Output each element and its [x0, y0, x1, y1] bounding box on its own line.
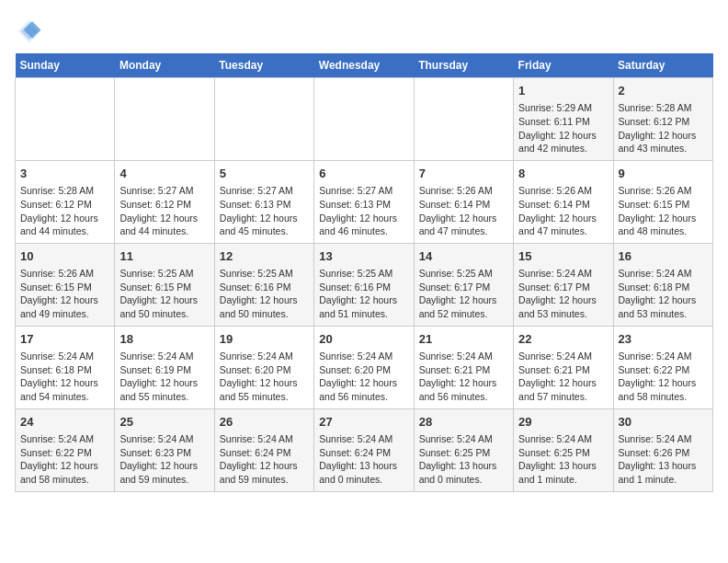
day-details: Sunrise: 5:24 AM Sunset: 6:25 PM Dayligh… — [419, 432, 508, 487]
day-number: 3 — [20, 166, 109, 182]
page-header — [15, 15, 713, 48]
day-number: 12 — [220, 248, 309, 265]
col-thursday: Thursday — [414, 53, 513, 78]
calendar-cell: 27Sunrise: 5:24 AM Sunset: 6:24 PM Dayli… — [314, 408, 414, 491]
calendar-cell: 26Sunrise: 5:24 AM Sunset: 6:24 PM Dayli… — [214, 408, 313, 491]
day-number: 11 — [119, 248, 209, 265]
day-details: Sunrise: 5:25 AM Sunset: 6:16 PM Dayligh… — [220, 267, 309, 321]
day-details: Sunrise: 5:27 AM Sunset: 6:13 PM Dayligh… — [319, 184, 408, 238]
calendar-cell: 20Sunrise: 5:24 AM Sunset: 6:20 PM Dayli… — [314, 326, 414, 408]
calendar-cell: 15Sunrise: 5:24 AM Sunset: 6:17 PM Dayli… — [514, 243, 613, 326]
day-number: 9 — [619, 166, 708, 182]
day-number: 15 — [518, 248, 608, 265]
day-details: Sunrise: 5:25 AM Sunset: 6:15 PM Dayligh… — [119, 267, 209, 321]
day-number: 24 — [20, 414, 109, 431]
calendar-cell: 16Sunrise: 5:24 AM Sunset: 6:18 PM Dayli… — [613, 243, 712, 326]
day-details: Sunrise: 5:24 AM Sunset: 6:19 PM Dayligh… — [119, 350, 209, 404]
day-number: 20 — [319, 331, 408, 348]
day-details: Sunrise: 5:26 AM Sunset: 6:14 PM Dayligh… — [419, 184, 508, 238]
day-details: Sunrise: 5:28 AM Sunset: 6:12 PM Dayligh… — [619, 101, 708, 155]
calendar-week-row: 10Sunrise: 5:26 AM Sunset: 6:15 PM Dayli… — [16, 243, 713, 326]
calendar-week-row: 3Sunrise: 5:28 AM Sunset: 6:12 PM Daylig… — [16, 160, 713, 243]
day-number: 17 — [20, 331, 109, 348]
calendar-cell: 10Sunrise: 5:26 AM Sunset: 6:15 PM Dayli… — [16, 243, 115, 326]
day-number: 22 — [518, 331, 608, 348]
calendar-cell: 21Sunrise: 5:24 AM Sunset: 6:21 PM Dayli… — [414, 326, 513, 408]
day-number: 30 — [619, 414, 708, 431]
calendar-cell: 28Sunrise: 5:24 AM Sunset: 6:25 PM Dayli… — [414, 408, 513, 491]
calendar-cell: 3Sunrise: 5:28 AM Sunset: 6:12 PM Daylig… — [16, 160, 115, 243]
day-number: 16 — [619, 248, 708, 265]
day-details: Sunrise: 5:24 AM Sunset: 6:22 PM Dayligh… — [20, 432, 109, 487]
day-details: Sunrise: 5:24 AM Sunset: 6:21 PM Dayligh… — [518, 350, 608, 404]
day-number: 13 — [319, 248, 408, 265]
header-row: Sunday Monday Tuesday Wednesday Thursday… — [16, 53, 713, 78]
col-tuesday: Tuesday — [214, 53, 313, 78]
day-details: Sunrise: 5:27 AM Sunset: 6:13 PM Dayligh… — [220, 184, 309, 238]
col-wednesday: Wednesday — [314, 53, 414, 78]
day-details: Sunrise: 5:24 AM Sunset: 6:20 PM Dayligh… — [220, 350, 309, 404]
day-number: 7 — [419, 166, 508, 182]
day-details: Sunrise: 5:28 AM Sunset: 6:12 PM Dayligh… — [20, 184, 109, 238]
calendar-cell: 6Sunrise: 5:27 AM Sunset: 6:13 PM Daylig… — [314, 160, 414, 243]
day-number: 18 — [119, 331, 209, 348]
day-number: 6 — [319, 166, 408, 182]
calendar-cell: 11Sunrise: 5:25 AM Sunset: 6:15 PM Dayli… — [115, 243, 214, 326]
day-number: 26 — [220, 414, 309, 431]
day-details: Sunrise: 5:24 AM Sunset: 6:24 PM Dayligh… — [220, 432, 309, 487]
calendar-header: Sunday Monday Tuesday Wednesday Thursday… — [16, 53, 713, 78]
calendar-body: 1Sunrise: 5:29 AM Sunset: 6:11 PM Daylig… — [16, 78, 713, 492]
calendar-cell — [214, 78, 313, 161]
day-number: 19 — [220, 331, 309, 348]
calendar-cell — [314, 78, 414, 161]
day-details: Sunrise: 5:24 AM Sunset: 6:24 PM Dayligh… — [319, 432, 408, 487]
day-details: Sunrise: 5:27 AM Sunset: 6:12 PM Dayligh… — [119, 184, 209, 238]
day-details: Sunrise: 5:26 AM Sunset: 6:15 PM Dayligh… — [619, 184, 708, 238]
calendar-cell: 7Sunrise: 5:26 AM Sunset: 6:14 PM Daylig… — [414, 160, 513, 243]
day-number: 28 — [419, 414, 508, 431]
calendar-cell: 30Sunrise: 5:24 AM Sunset: 6:26 PM Dayli… — [613, 408, 712, 491]
day-number: 23 — [619, 331, 708, 348]
day-details: Sunrise: 5:24 AM Sunset: 6:23 PM Dayligh… — [119, 432, 209, 487]
day-number: 1 — [518, 83, 608, 99]
day-number: 4 — [119, 166, 209, 182]
calendar-cell: 25Sunrise: 5:24 AM Sunset: 6:23 PM Dayli… — [115, 408, 214, 491]
calendar-cell: 9Sunrise: 5:26 AM Sunset: 6:15 PM Daylig… — [613, 160, 712, 243]
day-number: 29 — [518, 414, 608, 431]
day-number: 5 — [220, 166, 309, 182]
day-number: 21 — [419, 331, 508, 348]
day-number: 27 — [319, 414, 408, 431]
day-number: 10 — [20, 248, 109, 265]
day-details: Sunrise: 5:24 AM Sunset: 6:25 PM Dayligh… — [518, 432, 608, 487]
day-details: Sunrise: 5:24 AM Sunset: 6:20 PM Dayligh… — [319, 350, 408, 404]
calendar-cell: 2Sunrise: 5:28 AM Sunset: 6:12 PM Daylig… — [613, 78, 712, 161]
calendar-cell: 8Sunrise: 5:26 AM Sunset: 6:14 PM Daylig… — [514, 160, 613, 243]
col-saturday: Saturday — [613, 53, 712, 78]
day-number: 2 — [619, 83, 708, 99]
calendar-cell — [16, 78, 115, 161]
calendar-cell: 17Sunrise: 5:24 AM Sunset: 6:18 PM Dayli… — [16, 326, 115, 408]
day-number: 14 — [419, 248, 508, 265]
col-sunday: Sunday — [16, 53, 115, 78]
calendar-cell: 1Sunrise: 5:29 AM Sunset: 6:11 PM Daylig… — [514, 78, 613, 161]
day-details: Sunrise: 5:26 AM Sunset: 6:14 PM Dayligh… — [518, 184, 608, 238]
calendar-cell: 24Sunrise: 5:24 AM Sunset: 6:22 PM Dayli… — [16, 408, 115, 491]
calendar-cell: 29Sunrise: 5:24 AM Sunset: 6:25 PM Dayli… — [514, 408, 613, 491]
logo — [15, 18, 46, 48]
day-details: Sunrise: 5:24 AM Sunset: 6:18 PM Dayligh… — [619, 267, 708, 321]
day-details: Sunrise: 5:24 AM Sunset: 6:21 PM Dayligh… — [419, 350, 508, 404]
calendar-cell: 4Sunrise: 5:27 AM Sunset: 6:12 PM Daylig… — [115, 160, 214, 243]
calendar-cell: 13Sunrise: 5:25 AM Sunset: 6:16 PM Dayli… — [314, 243, 414, 326]
calendar-week-row: 1Sunrise: 5:29 AM Sunset: 6:11 PM Daylig… — [16, 78, 713, 161]
calendar-cell: 22Sunrise: 5:24 AM Sunset: 6:21 PM Dayli… — [514, 326, 613, 408]
calendar-cell: 19Sunrise: 5:24 AM Sunset: 6:20 PM Dayli… — [214, 326, 313, 408]
col-friday: Friday — [514, 53, 613, 78]
calendar-table: Sunday Monday Tuesday Wednesday Thursday… — [15, 53, 713, 492]
day-details: Sunrise: 5:29 AM Sunset: 6:11 PM Dayligh… — [518, 101, 608, 155]
calendar-cell — [414, 78, 513, 161]
day-details: Sunrise: 5:25 AM Sunset: 6:16 PM Dayligh… — [319, 267, 408, 321]
day-details: Sunrise: 5:26 AM Sunset: 6:15 PM Dayligh… — [20, 267, 109, 321]
col-monday: Monday — [115, 53, 214, 78]
calendar-cell: 18Sunrise: 5:24 AM Sunset: 6:19 PM Dayli… — [115, 326, 214, 408]
day-details: Sunrise: 5:24 AM Sunset: 6:17 PM Dayligh… — [518, 267, 608, 321]
